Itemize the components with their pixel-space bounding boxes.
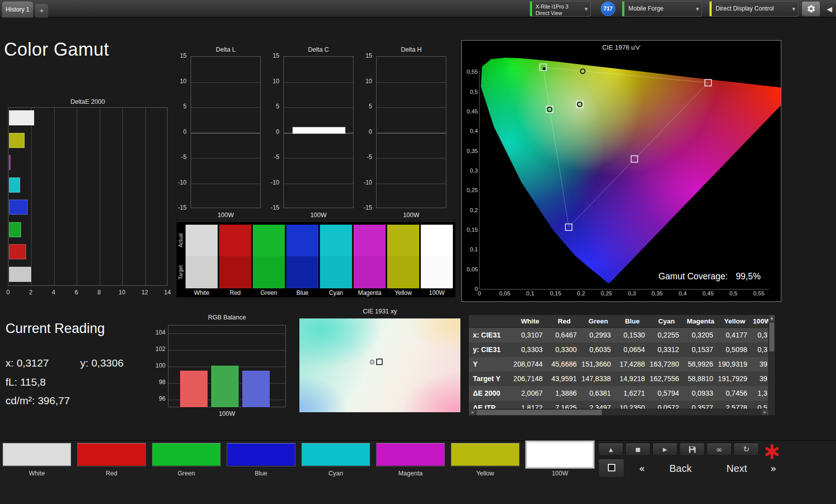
back-button[interactable]: Back: [654, 460, 707, 477]
scrollbar-thumb[interactable]: [476, 410, 602, 415]
play-button[interactable]: ▶: [652, 443, 678, 456]
meter-accent-bar: [530, 2, 532, 16]
gridline: [284, 107, 353, 108]
x-tick-label: 6: [70, 289, 82, 296]
table-horizontal-scrollbar[interactable]: ◄ ►: [469, 409, 768, 415]
y-tick-label: 5: [356, 103, 372, 110]
column-header-magenta: Magenta: [684, 315, 718, 327]
swatch-target-magenta: [354, 256, 386, 288]
y-tick-label: 0: [263, 128, 279, 135]
patch-label-cyan: Cyan: [301, 470, 370, 477]
meter-count-badge: 717: [601, 2, 615, 16]
history-tab[interactable]: History 1: [2, 2, 33, 18]
collapse-panel-button[interactable]: ◀: [824, 4, 834, 14]
table-cell: 0,2993: [581, 328, 615, 343]
gridline: [377, 107, 446, 108]
gridline: [284, 158, 353, 158]
page-up-button[interactable]: ▲: [598, 443, 623, 456]
x-tick-label: 0,1: [519, 290, 541, 296]
y-tick-label: 0,3: [463, 167, 478, 174]
scroll-left-icon[interactable]: ◄: [469, 409, 475, 415]
scroll-right-icon[interactable]: ►: [762, 409, 768, 415]
deltae-bar-red: [9, 244, 26, 259]
table-vertical-scrollbar[interactable]: ▲: [768, 315, 775, 409]
table-cell: 191,7929: [718, 372, 752, 386]
swatch-actual-blue: [286, 225, 318, 256]
patch-label-white: White: [3, 470, 71, 477]
y-tick-label: 98: [150, 379, 165, 386]
gridline: [191, 158, 260, 158]
chart-title: CIE 1931 xy: [299, 308, 460, 315]
chevron-down-icon: ▼: [792, 7, 795, 11]
swatch-actual-green: [253, 225, 285, 256]
table-cell: 208,0744: [513, 357, 547, 372]
reading-y: y: 0,3306: [80, 357, 123, 369]
patch-magenta[interactable]: [376, 443, 445, 466]
save-button[interactable]: [680, 443, 705, 456]
swatch-target-green: [253, 256, 285, 288]
chromaticity-horseshoe: [462, 41, 781, 301]
gridline: [284, 82, 353, 83]
y-tick-label: 0,25: [463, 187, 478, 193]
add-tab-button[interactable]: +: [35, 4, 48, 18]
cie1931-panel: CIE 1931 xy: [299, 307, 460, 413]
stop-button[interactable]: ■: [625, 443, 650, 456]
calibration-app: History 1 + X-Rite i1Pro 3 Direct View ▼…: [0, 0, 836, 504]
deltae-bar-blue: [9, 200, 28, 215]
gridline: [377, 133, 446, 133]
swatch-actual-white: [186, 225, 218, 256]
y-tick-label: -10: [171, 179, 187, 186]
back-arrow-button[interactable]: «: [631, 460, 653, 477]
table-cell: 0,6035: [581, 343, 615, 357]
source-dropdown[interactable]: Mobile Forge ▼: [622, 1, 702, 17]
pattern-window-button[interactable]: [598, 459, 624, 478]
x-tick-label: 0,2: [570, 290, 592, 296]
y-tick-label: 0,4: [463, 128, 478, 134]
next-arrow-button[interactable]: »: [763, 460, 783, 477]
patch-100w[interactable]: [526, 441, 594, 468]
loop-button[interactable]: ∞: [707, 443, 732, 456]
patch-label-100w: 100W: [526, 470, 594, 477]
gridline: [191, 133, 260, 133]
scrollbar-thumb[interactable]: [769, 322, 774, 352]
x-tick-label: 12: [139, 289, 151, 296]
patch-cyan[interactable]: [301, 443, 370, 466]
table-row-2: y: CIE310,33030,33000,60350,06540,33120,…: [469, 343, 775, 357]
y-tick-label: 0,1: [463, 246, 478, 252]
patch-blue[interactable]: [227, 443, 295, 466]
x-axis-label: 100W: [191, 212, 261, 219]
gamut-coverage: Gamut Coverage: 99,5%: [658, 271, 761, 282]
table-row-4: Target Y206,714843,9591147,833814,921816…: [469, 372, 775, 386]
chart-plot-area: [168, 325, 286, 407]
refresh-button[interactable]: ↻: [734, 443, 759, 456]
patch-white[interactable]: [3, 443, 71, 466]
measured-point-marker: [370, 360, 375, 365]
deltae-bar-green: [9, 222, 21, 237]
meter-dropdown[interactable]: X-Rite i1Pro 3 Direct View ▼: [530, 1, 591, 17]
target-point-marker: [376, 359, 383, 365]
display-control-name: Direct Display Control: [710, 2, 774, 16]
chevron-down-icon: ▼: [585, 7, 588, 11]
gridline: [377, 82, 446, 83]
table-header-row: WhiteRedGreenBlueCyanMagentaYellow100W: [469, 315, 775, 328]
deltae-bar-yellow: [9, 133, 25, 148]
next-button[interactable]: Next: [711, 460, 762, 477]
y-tick-label: 0,5: [463, 89, 478, 95]
column-header-white: White: [513, 315, 547, 327]
patch-yellow[interactable]: [451, 443, 520, 466]
table-cell: 0,4177: [718, 328, 752, 343]
column-header-blue: Blue: [615, 315, 649, 327]
x-tick-label: 0,3: [621, 290, 643, 296]
y-tick-label: -5: [171, 153, 187, 160]
scroll-up-icon[interactable]: ▲: [769, 315, 775, 321]
patch-green[interactable]: [152, 443, 221, 466]
display-control-dropdown[interactable]: Direct Display Control ▼: [709, 1, 798, 17]
patch-red[interactable]: [77, 443, 146, 466]
actual-target-swatches: ActualTargetWhiteRedGreenBlueCyanMagenta…: [177, 222, 455, 297]
settings-button[interactable]: [801, 1, 820, 17]
patch-label-red: Red: [77, 470, 146, 477]
rgb-bar-blue: [242, 370, 270, 408]
cie1976-panel: CIE 1976 u'v': [461, 40, 781, 302]
table-cell: 58,8810: [684, 372, 718, 386]
y-tick-label: -15: [263, 204, 279, 211]
